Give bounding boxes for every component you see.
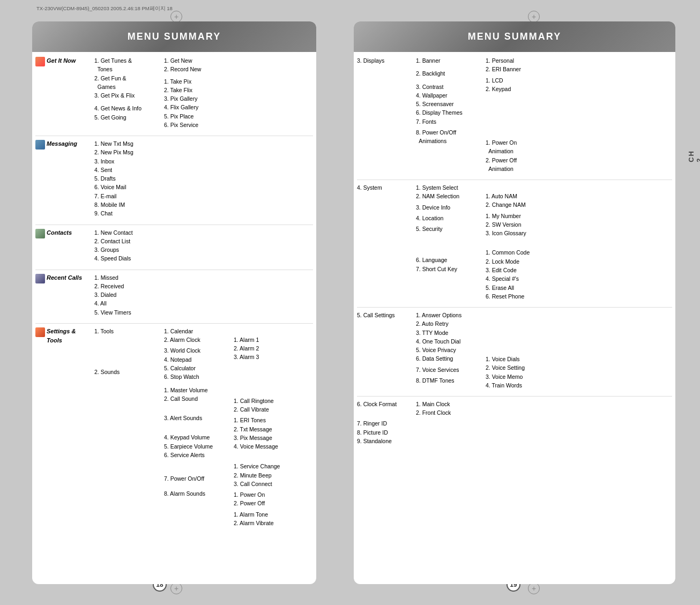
section-clock-format: 6. Clock Format 7. Ringer ID 8. Picture …	[357, 400, 672, 445]
list-item: Animation	[486, 165, 553, 173]
list-item: 3. Groups	[94, 245, 162, 254]
list-item: 1. LCD	[486, 76, 553, 85]
list-item: 8. Picture ID	[357, 428, 416, 437]
settings-l1: 1. Tools 2. Sounds	[94, 327, 164, 377]
category-contacts: Contacts	[35, 228, 94, 238]
list-item: 2. Keypad	[486, 85, 553, 93]
list-item: 4. Train Words	[486, 381, 553, 390]
crosshair-bottom-left	[170, 582, 182, 594]
list-item: 2. ERI Banner	[486, 65, 553, 73]
contacts-label: Contacts	[47, 228, 72, 237]
list-item: Animation	[486, 147, 553, 155]
list-item: 7. E-mail	[94, 192, 162, 200]
section-system: 4. System 1. System Select 2. NAM Select…	[357, 183, 672, 301]
list-item: 6. Language	[416, 256, 483, 264]
list-item: 2. Received	[94, 282, 162, 290]
list-item: 2. Change NAM	[486, 200, 553, 209]
category-clock-format: 6. Clock Format 7. Ringer ID 8. Picture …	[357, 400, 416, 445]
list-item: Animations	[416, 137, 483, 145]
list-item: 4. One Touch Dial	[416, 337, 483, 346]
list-item: Tones	[94, 65, 162, 73]
list-item: 2. Backlight	[416, 69, 483, 78]
list-item: 5. Get Going	[94, 113, 162, 122]
list-item: 4. All	[94, 299, 162, 308]
recent-calls-label: Recent Calls	[47, 273, 82, 282]
page-header-text: TX-230VW(CDM-8945)_050203 2005.2.46:18 P…	[36, 5, 173, 12]
list-item: 3. Dialed	[94, 290, 162, 299]
list-item: 3. Call Connect	[234, 480, 293, 488]
list-item: 2. Get Fun &	[94, 74, 162, 83]
list-item: 1. ERI Tones	[234, 416, 293, 424]
list-item: 1. Alarm Tone	[234, 510, 293, 519]
get-it-now-label: Get It Now	[47, 56, 76, 65]
list-item: 8. Alarm Sounds	[164, 489, 232, 498]
list-item: 1. Alarm 1	[234, 335, 293, 344]
list-item: 3. Icon Glossary	[486, 229, 553, 237]
list-item: 6. Reset Phone	[486, 292, 553, 301]
list-item: 6. Pix Service	[164, 121, 232, 129]
list-item: 1. New Contact	[94, 228, 162, 237]
list-item: 3. Edit Code	[486, 266, 553, 274]
list-item: 2. Front Clock	[416, 408, 483, 417]
list-item: 5. Erase All	[486, 283, 553, 292]
list-item: 4. Special #'s	[486, 274, 553, 283]
list-item: 3. TTY Mode	[416, 328, 483, 337]
call-settings-l2: 1. Voice Dials 2. Voice Setting 3. Voice…	[486, 311, 555, 390]
list-item: 1. Get New	[164, 56, 232, 65]
crosshair-top-left	[170, 11, 182, 23]
list-item: 2. Auto Retry	[416, 319, 483, 328]
list-item: 8. Power On/Off	[416, 128, 483, 137]
list-item: 6. Clock Format	[357, 400, 416, 408]
list-item: 1. System Select	[416, 183, 483, 192]
list-item: 7. Power On/Off	[164, 474, 232, 483]
list-item: 2. Voice Setting	[486, 363, 553, 372]
list-item: 3. Inbox	[94, 157, 162, 166]
list-item: 1. Personal	[486, 56, 553, 65]
section-contacts: Contacts 1. New Contact 2. Contact List …	[35, 228, 313, 263]
settings-l2: 1. Calendar 2. Alarm Clock 3. World Cloc…	[164, 327, 234, 498]
left-panel: MENU SUMMARY Get It Now 1. Get Tunes & T…	[32, 21, 316, 584]
list-item: 2. Contact List	[94, 237, 162, 245]
recent-calls-icon	[35, 274, 45, 283]
list-item: 3. Get Pix & Flix	[94, 91, 162, 100]
get-it-now-l1: 1. Get Tunes & Tones 2. Get Fun & Games …	[94, 56, 164, 122]
list-item: 9. Chat	[94, 209, 162, 218]
list-item: 1. Answer Options	[416, 311, 483, 319]
list-item: 6. Voice Mail	[94, 183, 162, 191]
crosshair-top-right	[528, 11, 540, 23]
list-item: 4. Flix Gallery	[164, 103, 232, 111]
list-item: 4. Location	[416, 214, 483, 222]
category-system: 4. System	[357, 183, 416, 192]
list-item: 4. Speed Dials	[94, 254, 162, 263]
list-item: 2. Call Sound	[164, 394, 232, 403]
list-item: 5. Screensaver	[416, 100, 483, 108]
contacts-l1: 1. New Contact 2. Contact List 3. Groups…	[94, 228, 164, 263]
list-item: 4. Voice Message	[234, 442, 293, 451]
list-item: 5. Calculator	[164, 364, 232, 372]
contacts-icon	[35, 229, 45, 238]
left-panel-header: MENU SUMMARY	[32, 21, 316, 52]
list-item: 4. Notepad	[164, 355, 232, 364]
section-messaging: Messaging 1. New Txt Msg 2. New Pix Msg …	[35, 139, 313, 218]
section-get-it-now: Get It Now 1. Get Tunes & Tones 2. Get F…	[35, 56, 313, 129]
settings-icon	[35, 327, 45, 337]
list-item: 3. World Clock	[164, 346, 232, 355]
list-item: 1. Service Change	[234, 462, 293, 470]
settings-label: Settings & Tools	[47, 327, 92, 345]
list-item: 5. Pix Place	[164, 112, 232, 121]
category-get-it-now: Get It Now	[35, 56, 94, 66]
list-item: 7. Fonts	[416, 117, 483, 126]
list-item: 2. Take Flix	[164, 86, 232, 94]
messaging-l1: 1. New Txt Msg 2. New Pix Msg 3. Inbox 4…	[94, 139, 164, 218]
list-item: 1. Voice Dials	[486, 355, 553, 363]
right-panel: MENU SUMMARY 3. Displays 1. Banner 2. Ba…	[354, 21, 675, 584]
list-item: 7. Ringer ID	[357, 419, 416, 428]
list-item: 2. Power Off	[234, 499, 293, 507]
list-item: 1. Power On	[234, 490, 293, 499]
list-item: 2. SW Version	[486, 220, 553, 229]
list-item: 7. Voice Services	[416, 365, 483, 374]
list-item: 6. Stop Watch	[164, 372, 232, 381]
list-item: 3. Pix Message	[234, 434, 293, 442]
section-settings-tools: Settings & Tools 1. Tools 2. Sounds 1. C…	[35, 327, 313, 527]
list-item: 2. Alarm Vibrate	[234, 519, 293, 527]
